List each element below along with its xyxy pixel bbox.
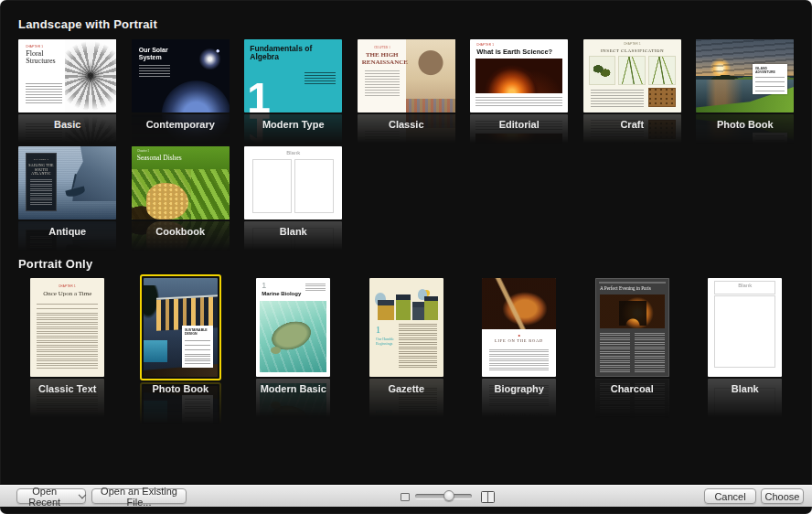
template-thumbnail[interactable]: SUSTAINABLE DESIGN	[144, 278, 218, 377]
cover-text-box: SUSTAINABLE DESIGN	[182, 326, 213, 368]
template-antique[interactable]: CHAPTER 1 SAILING THE SOUTH ATLANTIC Ant…	[18, 146, 117, 237]
template-label: Editorial	[499, 119, 540, 130]
plant-illustration	[648, 56, 676, 85]
template-photo-book-landscape[interactable]: ISLAND ADVENTURE Photo Book	[696, 39, 795, 130]
template-photo-book-portrait[interactable]: SUSTAINABLE DESIGN Photo Book	[132, 278, 230, 394]
template-thumbnail[interactable]: CHAPTER 1 SAILING THE SOUTH ATLANTIC	[18, 146, 116, 220]
template-label: Contemporary	[146, 119, 215, 130]
template-label: Photo Book	[152, 383, 208, 394]
sea-turtle-photo	[260, 301, 326, 372]
template-thumbnail[interactable]: 1 Marine Biology	[256, 278, 330, 377]
cover-title: LIFE ON THE ROAD	[482, 338, 556, 343]
cover-text-box: ISLAND ADVENTURE	[753, 64, 787, 94]
swimming-pool	[144, 340, 167, 362]
template-thumbnail[interactable]: CHAPTER 1 What is Earth Science?	[470, 39, 568, 112]
large-thumbnail-icon	[481, 491, 495, 503]
template-label: Modern Type	[262, 119, 325, 130]
open-existing-label: Open an Existing File...	[92, 486, 186, 508]
cover-text-panel: CHAPTER 1 SAILING THE SOUTH ATLANTIC	[26, 153, 57, 211]
cover-title: Fundamentals of Algebra	[250, 45, 321, 61]
template-thumbnail[interactable]: Blank	[244, 146, 342, 220]
template-modern-type[interactable]: Fundamentals of Algebra 1 Modern Type	[244, 39, 343, 130]
cover-title: THE HIGH RENAISSANCE	[362, 52, 402, 66]
body-text-lines	[600, 333, 630, 372]
choose-button[interactable]: Choose	[761, 488, 804, 504]
cover-kicker: CHAPTER 1	[476, 43, 513, 46]
choose-label: Choose	[765, 491, 800, 502]
turtle-head	[271, 347, 281, 354]
size-slider-thumb[interactable]	[443, 490, 454, 501]
template-label: Classic	[389, 119, 424, 130]
cover-kicker: Chapter 1	[137, 149, 174, 152]
template-thumbnail[interactable]: • LIFE ON THE ROAD	[482, 278, 556, 377]
body-text-lines	[26, 83, 62, 105]
template-thumbnail[interactable]: 1 Our Humble Beginnings	[369, 278, 443, 377]
house-illustration	[396, 294, 411, 320]
template-label: Modern Basic	[261, 383, 326, 394]
template-label: Basic	[54, 119, 80, 130]
cancel-button[interactable]: Cancel	[704, 488, 756, 504]
template-charcoal[interactable]: A Perfect Evening in Paris Charcoal	[583, 278, 682, 394]
template-blank-portrait[interactable]: Blank Blank	[696, 278, 795, 394]
template-label: Biography	[495, 383, 544, 394]
template-thumbnail[interactable]: A Perfect Evening in Paris	[595, 278, 669, 377]
template-label: Craft	[620, 119, 644, 130]
template-label: Cookbook	[155, 226, 205, 237]
cover-title: A Perfect Evening in Paris	[600, 285, 665, 291]
template-cookbook[interactable]: Chapter 1 Seasonal Dishes Cookbook	[132, 146, 230, 237]
template-thumbnail[interactable]: Chapter 1 THE HIGH RENAISSANCE	[358, 39, 455, 112]
thumbnail-size-slider[interactable]	[415, 494, 472, 498]
open-existing-file-button[interactable]: Open an Existing File...	[91, 488, 187, 504]
chevron-down-icon	[79, 491, 86, 498]
template-label: Antique	[48, 226, 86, 237]
small-thumbnail-icon	[401, 493, 410, 501]
template-basic[interactable]: Chapter 1 Floral Structures Basic	[18, 39, 117, 130]
body-text-lines	[475, 97, 562, 108]
template-modern-basic[interactable]: 1 Marine Biology Modern Basic	[244, 278, 343, 394]
cover-title: INSECT CLASSIFICATION	[583, 48, 681, 53]
template-thumbnail[interactable]: Fundamentals of Algebra 1	[244, 39, 342, 112]
cover-kicker: CHAPTER 1	[30, 284, 104, 287]
butterfly-illustration	[589, 56, 616, 85]
cover-box-title: SUSTAINABLE DESIGN	[185, 328, 208, 336]
cover-kicker: Chapter 1	[26, 45, 62, 48]
template-thumbnail[interactable]: Chapter 1 Floral Structures	[18, 39, 116, 112]
body-text-lines	[365, 70, 400, 98]
cover-box-title: ISLAND ADVENTURE	[755, 67, 775, 74]
selected-template-frame[interactable]: SUSTAINABLE DESIGN	[140, 274, 221, 380]
cover-kicker: Chapter 1	[362, 46, 402, 48]
cover-title: Floral Structures	[26, 50, 67, 65]
header-rule	[599, 282, 666, 284]
cover-kicker: CHAPTER 1	[28, 157, 54, 160]
renaissance-painting	[406, 39, 455, 112]
template-thumbnail[interactable]: Chapter 1 Seasonal Dishes	[132, 146, 230, 220]
template-thumbnail[interactable]: Our Solar System	[132, 39, 230, 112]
template-thumbnail[interactable]: ISLAND ADVENTURE	[696, 39, 794, 112]
soil-illustration	[648, 88, 676, 107]
house-illustration	[378, 300, 394, 320]
template-classic[interactable]: Chapter 1 THE HIGH RENAISSANCE Classic	[358, 39, 456, 130]
template-gazette[interactable]: 1 Our Humble Beginnings Gazette	[358, 278, 456, 394]
template-label: Photo Book	[717, 119, 774, 130]
body-text-lines	[30, 179, 52, 206]
cover-title: Our Humble Beginnings	[376, 337, 396, 346]
template-label: Blank	[280, 226, 307, 237]
template-contemporary[interactable]: Our Solar System Contemporary	[132, 39, 230, 130]
template-editorial[interactable]: CHAPTER 1 What is Earth Science? Editori…	[470, 39, 569, 130]
template-biography[interactable]: • LIFE ON THE ROAD Biography	[470, 278, 569, 394]
template-thumbnail[interactable]: CHAPTER 1 Once Upon a Time	[30, 278, 104, 377]
template-craft[interactable]: CHAPTER 1 INSECT CLASSIFICATION Craft	[583, 39, 682, 130]
template-classic-text[interactable]: CHAPTER 1 Once Upon a Time Classic Text	[18, 278, 117, 394]
open-recent-button[interactable]: Open Recent	[16, 488, 86, 504]
body-text-lines	[399, 324, 437, 369]
layout-placeholder-box	[714, 281, 775, 294]
body-text-lines	[139, 65, 170, 79]
template-chooser-window: Landscape with Portrait Chapter 1 Floral…	[0, 0, 812, 514]
cover-title: Once Upon a Time	[30, 290, 104, 297]
template-thumbnail[interactable]: Blank	[708, 278, 782, 377]
flower-photo	[65, 39, 116, 112]
template-thumbnail[interactable]: CHAPTER 1 INSECT CLASSIFICATION	[583, 39, 681, 112]
template-blank-landscape[interactable]: Blank Blank	[244, 146, 343, 237]
arc-de-triomphe-silhouette	[619, 301, 646, 326]
cover-title: Our Solar System	[139, 47, 177, 60]
